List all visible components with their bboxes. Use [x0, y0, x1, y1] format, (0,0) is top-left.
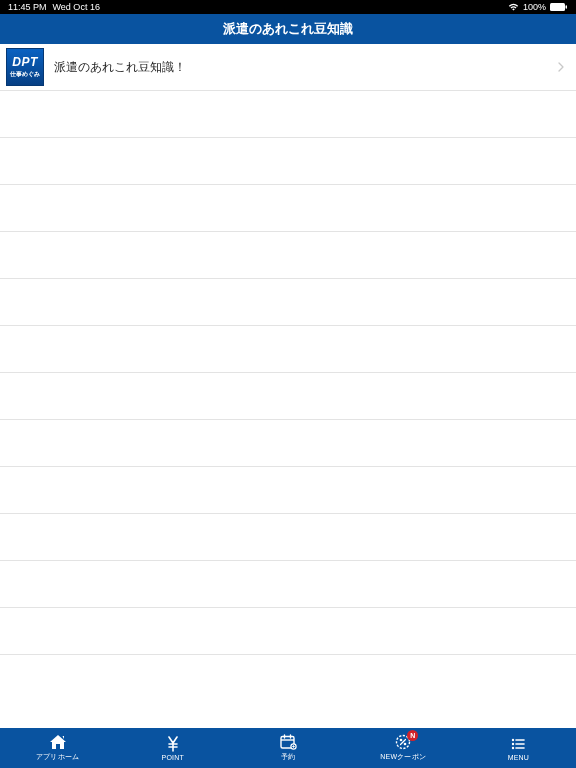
tab-coupon-label: NEWクーポン: [380, 752, 426, 762]
list-item-empty: [0, 232, 576, 279]
tab-reserve[interactable]: 予約: [230, 728, 345, 768]
tab-home[interactable]: アプリホーム: [0, 728, 115, 768]
svg-point-11: [404, 743, 407, 746]
svg-rect-1: [566, 5, 568, 8]
svg-point-13: [512, 738, 514, 740]
tab-bar: アプリホーム POINT 予約 N NEWクーポン MENU: [0, 728, 576, 768]
list-item-empty: [0, 185, 576, 232]
battery-icon: [550, 3, 568, 11]
list-item-empty: [0, 655, 576, 702]
coupon-badge: N: [407, 730, 418, 741]
list-item-empty: [0, 326, 576, 373]
menu-icon: [509, 736, 527, 752]
app-icon-text-big: DPT: [12, 56, 38, 68]
list-item-label: 派遣のあれこれ豆知識！: [54, 59, 556, 76]
chevron-right-icon: [556, 62, 566, 72]
svg-rect-0: [550, 3, 565, 11]
yen-icon: [164, 736, 182, 752]
list-item-empty: [0, 608, 576, 655]
app-icon-text-small: 仕事めぐみ: [10, 70, 40, 79]
tab-menu[interactable]: MENU: [461, 728, 576, 768]
home-icon: [49, 734, 67, 750]
list-item-empty: [0, 561, 576, 608]
page-header: 派遣のあれこれ豆知識: [0, 14, 576, 44]
tab-point[interactable]: POINT: [115, 728, 230, 768]
app-icon: DPT 仕事めぐみ: [6, 48, 44, 86]
status-time: 11:45 PM: [8, 2, 47, 12]
list-item-empty: [0, 420, 576, 467]
list-item-empty: [0, 138, 576, 185]
svg-point-15: [512, 742, 514, 744]
page-title: 派遣のあれこれ豆知識: [223, 20, 353, 38]
list-item-empty: [0, 467, 576, 514]
status-bar: 11:45 PM Wed Oct 16 100%: [0, 0, 576, 14]
tab-coupon[interactable]: N NEWクーポン: [346, 728, 461, 768]
content-list: DPT 仕事めぐみ 派遣のあれこれ豆知識！: [0, 44, 576, 728]
tab-home-label: アプリホーム: [36, 752, 79, 762]
list-item-empty: [0, 514, 576, 561]
list-item-empty: [0, 373, 576, 420]
status-date: Wed Oct 16: [53, 2, 100, 12]
wifi-icon: [508, 3, 519, 11]
status-battery: 100%: [523, 2, 546, 12]
list-item-empty: [0, 91, 576, 138]
tab-menu-label: MENU: [508, 754, 529, 761]
tab-reserve-label: 予約: [281, 752, 295, 762]
svg-point-10: [400, 739, 403, 742]
list-item[interactable]: DPT 仕事めぐみ 派遣のあれこれ豆知識！: [0, 44, 576, 91]
svg-point-17: [512, 746, 514, 748]
list-item-empty: [0, 279, 576, 326]
calendar-icon: [279, 734, 297, 750]
tab-point-label: POINT: [162, 754, 184, 761]
